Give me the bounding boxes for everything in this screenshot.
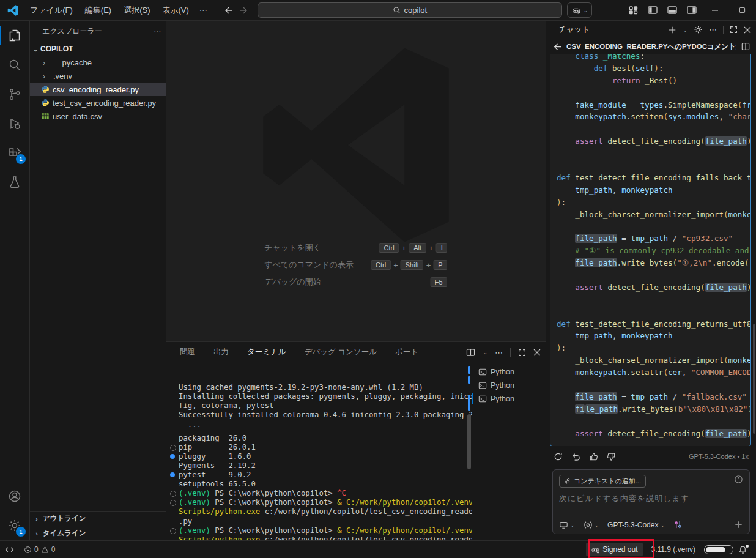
paperclip-icon <box>564 478 571 485</box>
code-line: file_path.write_bytes(b"\x80\x81\x82") <box>557 403 750 415</box>
command-decoration[interactable] <box>170 445 176 451</box>
model-picker[interactable]: GPT-5.3-Codex⌄ <box>607 521 665 529</box>
panel-close-icon[interactable] <box>533 349 541 356</box>
forward-button[interactable] <box>239 6 249 15</box>
code-line <box>557 269 750 281</box>
thumbs-up-icon[interactable] <box>589 452 598 461</box>
chevron-down-icon[interactable]: ⌄ <box>483 349 487 355</box>
chat-send-plus-icon[interactable] <box>734 520 743 529</box>
terminal-instance-2[interactable]: Python <box>472 392 546 406</box>
panel-tab-4[interactable]: ポート <box>393 342 421 363</box>
panel-maximize-icon[interactable] <box>518 349 526 357</box>
file-tree-item-.venv[interactable]: ›.venv <box>30 69 166 83</box>
copilot-signed-out-status[interactable]: Signed out <box>586 543 642 556</box>
activity-bar-source-control[interactable] <box>0 80 29 109</box>
sidebar-section-1[interactable]: ›タイムライン <box>30 526 166 540</box>
chat-settings-gear-icon[interactable] <box>694 25 703 34</box>
sidebar-more-icon[interactable]: ⋯ <box>154 28 161 36</box>
menu-item-3[interactable]: 表示(V) <box>157 3 195 18</box>
plus-separator: + <box>402 244 407 253</box>
command-decoration[interactable] <box>170 454 175 459</box>
file-tree-item-test_csv_encoding_reader.py[interactable]: test_csv_encoding_reader.py <box>30 96 166 110</box>
code-line <box>557 87 750 99</box>
open-in-editor-icon[interactable] <box>741 42 750 51</box>
chat-maximize-icon[interactable] <box>730 26 738 34</box>
activity-bar-settings[interactable]: 1 <box>0 511 29 540</box>
copilot-menu-button[interactable]: ⌄ <box>567 2 593 18</box>
chat-more-icon[interactable]: ⋯ <box>709 25 717 34</box>
sidebar-section-0[interactable]: ›アウトライン <box>30 511 166 526</box>
terminal[interactable]: Using cached pygments-2.19.2-py3-none-an… <box>166 363 472 540</box>
python-version-indicator[interactable]: 3.11.9 (.venv) <box>647 541 700 558</box>
chat-input-box[interactable]: コンテキストの追加... 次にビルドする内容を説明します ⌄ ⌄ GPT-5.3… <box>552 469 750 534</box>
thumbs-down-icon[interactable] <box>607 452 616 461</box>
configure-tools-icon[interactable] <box>673 520 683 529</box>
status-bar: 0 0 Signed out 3.11.9 (.venv) <box>0 540 756 558</box>
chat-back-icon[interactable] <box>552 42 561 51</box>
code-line: def best(self): <box>557 62 750 75</box>
split-terminal-icon[interactable] <box>466 348 475 357</box>
new-chat-icon[interactable] <box>668 26 676 34</box>
code-line <box>557 294 750 306</box>
minimize-button[interactable] <box>702 0 728 20</box>
code-line: def test_detect_file_encoding_returns_ut… <box>557 318 750 330</box>
activity-bar-testing[interactable] <box>0 168 29 197</box>
undo-icon[interactable] <box>571 452 580 461</box>
tool-mode-picker[interactable]: ⌄ <box>584 521 599 529</box>
panel-tab-0[interactable]: 問題 <box>177 342 198 363</box>
command-center-search[interactable]: copilot <box>258 2 562 18</box>
back-button[interactable] <box>223 6 233 15</box>
file-tree-item-csv_encoding_reader.py[interactable]: csv_encoding_reader.py <box>30 83 166 96</box>
activity-bar-run-and-debug[interactable] <box>0 109 29 138</box>
folder-root-copilot[interactable]: ⌄ COPILOT <box>30 42 166 56</box>
notifications-bell-icon[interactable] <box>738 545 747 554</box>
terminal-label: Python <box>491 381 514 390</box>
regenerate-icon[interactable] <box>554 452 563 461</box>
terminal-scrollbar[interactable] <box>467 363 472 540</box>
panel-more-icon[interactable]: ⋯ <box>495 348 503 357</box>
file-tree-item-user_data.csv[interactable]: user_data.csv <box>30 110 166 123</box>
panel-tab-3[interactable]: デバッグ コンソール <box>302 342 379 363</box>
toggle-secondary-sidebar-icon[interactable] <box>687 6 697 15</box>
chat-close-icon[interactable] <box>744 26 751 34</box>
menu-item-2[interactable]: 選択(S) <box>118 3 155 18</box>
kbd-key: Alt <box>409 243 426 253</box>
chevron-down-icon: ⌄ <box>32 45 39 53</box>
activity-bar-search[interactable] <box>0 50 29 80</box>
command-decoration[interactable] <box>170 500 176 506</box>
file-tree-item-__pycache__[interactable]: ›__pycache__ <box>30 56 166 69</box>
menubar-overflow[interactable]: ⋯ <box>195 4 212 17</box>
problems-indicator[interactable]: 0 0 <box>19 541 60 558</box>
customize-layout-icon[interactable] <box>629 6 638 15</box>
terminal-line: packaging 26.0 <box>179 434 465 443</box>
terminal-line: (.venv) PS C:\work\python\copilot> ^C <box>179 489 465 498</box>
terminal-instance-0[interactable]: Python <box>472 365 546 379</box>
activity-bar: 11 <box>0 21 30 540</box>
command-decoration[interactable] <box>170 528 176 534</box>
terminal-line: (.venv) PS C:\work\python\copilot> & C:/… <box>179 526 465 535</box>
panel-tab-2[interactable]: ターミナル <box>245 342 289 363</box>
activity-bar-explorer[interactable] <box>0 21 29 50</box>
add-context-chip[interactable]: コンテキストの追加... <box>559 475 646 488</box>
maximize-button[interactable] <box>728 0 755 20</box>
tab-chat[interactable]: チャット <box>557 21 591 39</box>
chevron-down-icon[interactable]: ⌄ <box>683 27 687 33</box>
activity-bar-extensions[interactable]: 1 <box>0 138 29 168</box>
command-decoration[interactable] <box>170 472 175 477</box>
file-tree: ›__pycache__›.venvcsv_encoding_reader.py… <box>30 56 166 123</box>
kbd-key: Ctrl <box>371 260 391 270</box>
activity-bar-accounts[interactable] <box>0 482 29 511</box>
chat-scrollbar[interactable] <box>753 324 755 434</box>
menu-item-0[interactable]: ファイル(F) <box>24 3 78 18</box>
remote-indicator[interactable] <box>0 541 19 558</box>
menu-item-1[interactable]: 編集(E) <box>80 3 117 18</box>
agent-mode-picker[interactable]: ⌄ <box>559 521 575 529</box>
command-decoration[interactable] <box>170 491 176 497</box>
chat-session-title: CSV_ENCODING_READER.PYへのPYDOCコメント追... <box>566 42 736 51</box>
toggle-panel-icon[interactable] <box>667 6 677 15</box>
section-label: アウトライン <box>43 514 86 523</box>
search-icon <box>7 58 22 72</box>
panel-tab-1[interactable]: 出力 <box>211 342 231 363</box>
toggle-primary-sidebar-icon[interactable] <box>648 6 658 15</box>
terminal-instance-1[interactable]: Python <box>472 379 546 392</box>
